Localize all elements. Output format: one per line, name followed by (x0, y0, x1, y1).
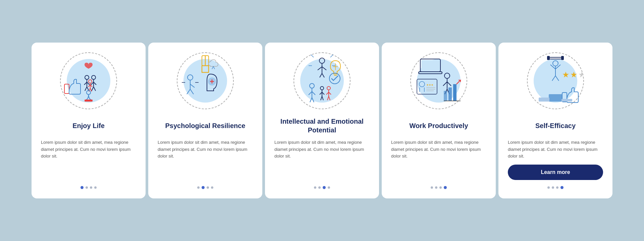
card-psychological-resilience-text: Lorem ipsum dolor sit dim amet, mea regi… (158, 139, 253, 180)
dot-4 (444, 186, 447, 189)
svg-line-29 (213, 66, 215, 69)
card-self-efficacy-dots (547, 186, 564, 189)
illustration-intellectual-emotional (292, 51, 352, 111)
svg-line-10 (94, 82, 96, 85)
svg-point-13 (89, 80, 92, 83)
svg-point-22 (187, 75, 193, 80)
svg-rect-85 (549, 57, 562, 59)
dot-1 (431, 186, 433, 189)
svg-line-54 (322, 92, 324, 95)
illustration-psychological-resilience (175, 51, 235, 111)
svg-line-37 (330, 55, 333, 57)
svg-point-19 (87, 91, 91, 95)
card-work-productively-dots (431, 186, 447, 189)
svg-text:★: ★ (578, 70, 582, 79)
card-intellectual-emotional-text: Lorem ipsum dolor sit dim amet, mea regi… (274, 139, 370, 180)
dot-1 (547, 186, 550, 189)
card-work-productively: ★★★ (382, 43, 496, 198)
card-self-efficacy-text: Lorem ipsum dolor sit dim amet, mea regi… (508, 139, 603, 160)
card-intellectual-emotional-dots (314, 186, 330, 189)
svg-line-48 (312, 92, 315, 95)
svg-line-47 (309, 92, 312, 95)
card-enjoy-life-dots (80, 186, 97, 189)
svg-rect-81 (448, 87, 452, 101)
svg-line-60 (329, 92, 331, 95)
card-work-productively-text: Lorem ipsum dolor sit dim amet, mea regi… (391, 139, 486, 180)
svg-line-62 (329, 96, 330, 100)
svg-text:★: ★ (570, 70, 578, 79)
svg-line-91 (555, 65, 560, 69)
cards-container: Enjoy Life Lorem ipsum dolor sit dim ame… (32, 43, 612, 198)
svg-line-3 (84, 82, 87, 85)
svg-point-88 (553, 61, 558, 66)
learn-more-button[interactable]: Learn more (508, 165, 603, 180)
dot-4 (94, 186, 97, 189)
svg-line-11 (92, 87, 94, 91)
card-intellectual-emotional-title: Intellectual and Emotional Potential (274, 116, 370, 135)
svg-line-28 (212, 66, 213, 69)
svg-line-77 (447, 82, 451, 86)
dot-3 (323, 186, 326, 189)
dot-2 (202, 186, 205, 189)
svg-point-1 (85, 75, 89, 79)
svg-text:★: ★ (562, 70, 570, 79)
svg-rect-100 (561, 99, 572, 102)
dot-1 (314, 186, 316, 189)
card-enjoy-life-title: Enjoy Life (72, 116, 105, 135)
card-self-efficacy-title: Self-Efficacy (535, 116, 576, 135)
illustration-enjoy-life (58, 51, 119, 111)
svg-rect-98 (549, 94, 562, 102)
svg-rect-65 (419, 72, 442, 74)
svg-line-5 (85, 87, 87, 91)
dot-3 (439, 186, 442, 189)
dot-2 (318, 186, 321, 189)
svg-point-51 (320, 86, 324, 90)
svg-line-34 (320, 73, 322, 77)
dot-3 (556, 186, 558, 189)
svg-line-50 (312, 98, 314, 102)
svg-line-56 (322, 96, 323, 100)
svg-line-55 (321, 96, 322, 100)
svg-line-36 (311, 55, 314, 57)
svg-text:★★★: ★★★ (426, 83, 433, 86)
card-work-productively-title: Work Productively (409, 116, 468, 135)
svg-rect-80 (444, 91, 447, 101)
svg-point-44 (329, 73, 340, 84)
card-intellectual-emotional: Intellectual and Emotional Potential Lor… (265, 43, 379, 198)
svg-point-57 (327, 86, 330, 90)
svg-rect-66 (417, 79, 437, 94)
svg-line-59 (326, 92, 329, 95)
illustration-self-efficacy: ★ ★ ★ (525, 51, 586, 111)
svg-rect-82 (453, 84, 457, 101)
svg-point-45 (310, 83, 314, 88)
svg-line-93 (555, 76, 559, 81)
card-psychological-resilience: Psychological Resilience Lorem ipsum dol… (148, 43, 262, 198)
svg-point-7 (92, 75, 96, 79)
svg-line-92 (552, 76, 555, 81)
svg-rect-99 (539, 98, 549, 102)
svg-rect-87 (561, 56, 564, 60)
svg-rect-0 (64, 84, 69, 94)
dot-1 (197, 186, 200, 189)
svg-line-61 (327, 96, 329, 100)
dot-4 (211, 186, 213, 189)
svg-point-74 (444, 73, 450, 78)
svg-line-18 (90, 88, 92, 92)
svg-point-30 (319, 58, 325, 63)
svg-line-90 (550, 65, 555, 69)
dot-4 (328, 186, 330, 189)
svg-line-12 (94, 87, 96, 91)
dot-3 (207, 186, 209, 189)
svg-rect-20 (85, 100, 93, 102)
svg-line-35 (322, 73, 324, 77)
svg-line-32 (318, 67, 322, 70)
svg-line-76 (443, 82, 447, 86)
dot-2 (435, 186, 437, 189)
card-psychological-resilience-dots (197, 186, 213, 189)
svg-rect-64 (421, 60, 439, 70)
card-enjoy-life: Enjoy Life Lorem ipsum dolor sit dim ame… (32, 43, 146, 198)
svg-line-33 (322, 67, 326, 70)
svg-point-67 (419, 81, 425, 87)
card-psychological-resilience-title: Psychological Resilience (165, 116, 246, 135)
dot-3 (90, 186, 92, 189)
